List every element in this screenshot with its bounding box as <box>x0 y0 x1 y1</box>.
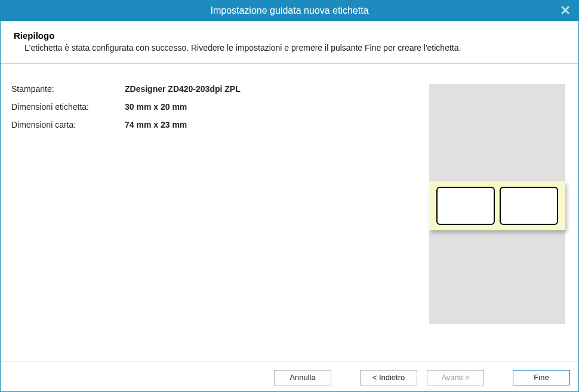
preview-panel <box>429 84 565 324</box>
summary-value: 30 mm x 20 mm <box>125 102 187 112</box>
close-icon[interactable]: ✕ <box>557 2 574 19</box>
cancel-button[interactable]: Annulla <box>274 370 331 385</box>
summary-value: 74 mm x 23 mm <box>125 120 187 129</box>
finish-button[interactable]: Fine <box>513 370 570 385</box>
summary-value: ZDesigner ZD420-203dpi ZPL <box>125 84 241 94</box>
label-preview <box>500 187 558 225</box>
next-button: Avanti > <box>427 370 484 385</box>
summary-row-paper-size: Dimensioni carta: 74 mm x 23 mm <box>11 120 417 129</box>
page-title: Riepilogo <box>14 30 565 41</box>
page-description: L'etichetta è stata configurata con succ… <box>14 43 565 53</box>
summary-label: Dimensioni etichetta: <box>11 102 125 112</box>
label-preview <box>436 187 495 225</box>
summary-row-label-size: Dimensioni etichetta: 30 mm x 20 mm <box>11 102 417 112</box>
label-strip-preview <box>429 181 565 230</box>
summary-table: Stampante: ZDesigner ZD420-203dpi ZPL Di… <box>11 84 417 362</box>
summary-label: Dimensioni carta: <box>11 120 125 129</box>
back-button[interactable]: < Indietro <box>360 370 417 385</box>
main-body: Stampante: ZDesigner ZD420-203dpi ZPL Di… <box>1 64 578 362</box>
titlebar: Impostazione guidata nuova etichetta ✕ <box>1 1 578 21</box>
summary-row-printer: Stampante: ZDesigner ZD420-203dpi ZPL <box>11 84 417 94</box>
footer: Annulla < Indietro Avanti > Fine <box>1 362 578 392</box>
content-area: Riepilogo L'etichetta è stata configurat… <box>1 21 578 392</box>
summary-label: Stampante: <box>11 84 125 94</box>
window-title: Impostazione guidata nuova etichetta <box>210 5 368 16</box>
header-section: Riepilogo L'etichetta è stata configurat… <box>1 21 578 63</box>
